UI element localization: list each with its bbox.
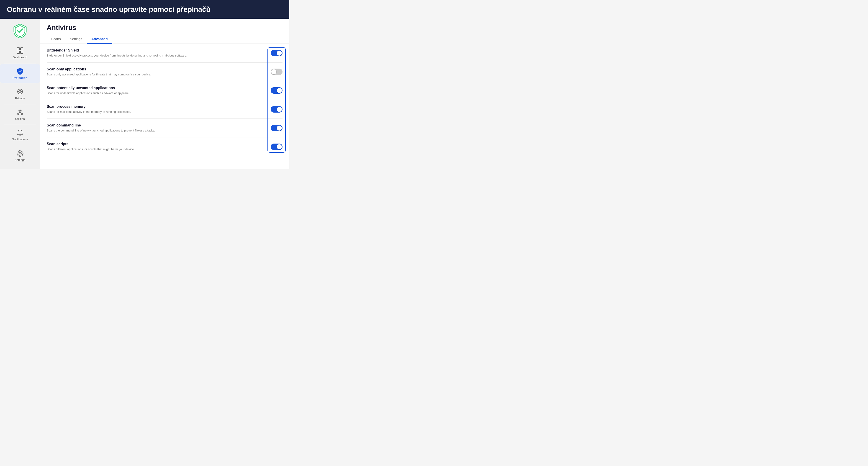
- sidebar-divider-2: [4, 84, 36, 84]
- toggle-bitdefender-shield[interactable]: [271, 50, 282, 56]
- setting-name-scan-process-memory: Scan process memory: [47, 104, 264, 109]
- sidebar-settings-label: Settings: [14, 158, 25, 161]
- toggle-slider-bitdefender-shield: [271, 50, 282, 56]
- toggle-container-scan-only-apps: [271, 69, 282, 75]
- setting-desc-scan-command-line: Scans the command line of newly launched…: [47, 128, 264, 133]
- toggle-scan-only-apps[interactable]: [271, 69, 282, 75]
- utilities-icon: [17, 108, 24, 116]
- sidebar-item-settings[interactable]: Settings: [0, 146, 40, 165]
- setting-info-scan-command-line: Scan command line Scans the command line…: [47, 123, 264, 133]
- main-content: Antivirus Scans Settings Advanced Bitdef…: [40, 19, 289, 169]
- svg-rect-3: [21, 51, 23, 54]
- toggle-slider-scan-command-line: [271, 125, 282, 131]
- toggle-container-scan-pua: [271, 87, 282, 94]
- sidebar-notifications-label: Notifications: [12, 137, 28, 141]
- setting-desc-bitdefender-shield: Bitdefender Shield actively protects you…: [47, 54, 264, 58]
- svg-rect-2: [17, 51, 20, 54]
- toggle-slider-scan-scripts: [271, 144, 282, 150]
- toggle-slider-scan-only-apps: [271, 69, 282, 75]
- setting-row-scan-pua: Scan potentially unwanted applications S…: [47, 81, 282, 100]
- setting-row-scan-only-apps: Scan only applications Scans only access…: [47, 63, 282, 81]
- setting-info-scan-scripts: Scan scripts Scans different application…: [47, 142, 264, 151]
- svg-rect-1: [21, 48, 23, 50]
- sidebar-item-privacy[interactable]: Privacy: [0, 85, 40, 103]
- toggle-container-scan-process-memory: [271, 106, 282, 113]
- top-banner: Ochranu v reálném čase snadno upravíte p…: [0, 0, 289, 19]
- sidebar: Dashboard Protection Privacy: [0, 19, 40, 169]
- banner-text: Ochranu v reálném čase snadno upravíte p…: [7, 5, 211, 13]
- content-header: Antivirus Scans Settings Advanced: [40, 19, 289, 44]
- setting-name-scan-scripts: Scan scripts: [47, 142, 264, 146]
- toggle-slider-scan-process-memory: [271, 106, 282, 113]
- setting-desc-scan-scripts: Scans different applications for scripts…: [47, 147, 264, 151]
- setting-desc-scan-process-memory: Scans for malicious activity in the memo…: [47, 110, 264, 114]
- notifications-icon: [17, 129, 24, 136]
- svg-point-6: [20, 91, 21, 92]
- protection-icon: [17, 67, 24, 75]
- tab-bar: Scans Settings Advanced: [47, 35, 282, 43]
- sidebar-item-notifications[interactable]: Notifications: [0, 126, 40, 144]
- tab-scans[interactable]: Scans: [47, 35, 65, 44]
- tab-advanced[interactable]: Advanced: [87, 35, 112, 44]
- setting-name-scan-command-line: Scan command line: [47, 123, 264, 127]
- setting-desc-scan-only-apps: Scans only accessed applications for thr…: [47, 72, 264, 76]
- toggle-container-scan-command-line: [271, 125, 282, 131]
- toggle-container-scan-scripts: [271, 144, 282, 150]
- sidebar-divider-1: [4, 63, 36, 63]
- setting-row-bitdefender-shield: Bitdefender Shield Bitdefender Shield ac…: [47, 44, 282, 62]
- svg-point-11: [18, 113, 19, 115]
- tab-settings[interactable]: Settings: [65, 35, 87, 44]
- logo-icon: [12, 23, 28, 39]
- toggle-scan-command-line[interactable]: [271, 125, 282, 131]
- setting-row-scan-process-memory: Scan process memory Scans for malicious …: [47, 100, 282, 119]
- sidebar-divider-4: [4, 125, 36, 125]
- setting-desc-scan-pua: Scans for undesirable applications such …: [47, 91, 264, 95]
- settings-list: Bitdefender Shield Bitdefender Shield ac…: [40, 44, 289, 156]
- sidebar-item-utilities[interactable]: Utilities: [0, 105, 40, 124]
- setting-info-scan-only-apps: Scan only applications Scans only access…: [47, 67, 264, 76]
- setting-name-scan-only-apps: Scan only applications: [47, 67, 264, 71]
- sidebar-privacy-label: Privacy: [15, 97, 25, 100]
- sidebar-item-dashboard[interactable]: Dashboard: [0, 44, 40, 62]
- setting-info-bitdefender-shield: Bitdefender Shield Bitdefender Shield ac…: [47, 48, 264, 58]
- privacy-icon: [17, 88, 24, 95]
- sidebar-utilities-label: Utilities: [15, 117, 25, 121]
- toggle-scan-scripts[interactable]: [271, 144, 282, 150]
- svg-point-12: [21, 113, 23, 115]
- dashboard-icon: [17, 47, 24, 54]
- toggle-scan-pua[interactable]: [271, 87, 282, 94]
- setting-info-scan-pua: Scan potentially unwanted applications S…: [47, 86, 264, 95]
- toggle-container-bitdefender-shield: [271, 50, 282, 56]
- app-container: Dashboard Protection Privacy: [0, 19, 289, 169]
- toggle-scan-process-memory[interactable]: [271, 106, 282, 113]
- page-title: Antivirus: [47, 24, 282, 31]
- settings-icon: [17, 150, 24, 157]
- sidebar-divider-3: [4, 104, 36, 104]
- sidebar-protection-label: Protection: [12, 76, 27, 80]
- setting-info-scan-process-memory: Scan process memory Scans for malicious …: [47, 104, 264, 114]
- svg-rect-0: [17, 48, 20, 50]
- sidebar-item-protection[interactable]: Protection: [0, 64, 40, 83]
- app-logo: [12, 23, 28, 40]
- setting-name-scan-pua: Scan potentially unwanted applications: [47, 86, 264, 90]
- setting-row-scan-command-line: Scan command line Scans the command line…: [47, 119, 282, 137]
- toggle-slider-scan-pua: [271, 87, 282, 94]
- setting-row-scan-scripts: Scan scripts Scans different application…: [47, 137, 282, 156]
- setting-name-bitdefender-shield: Bitdefender Shield: [47, 48, 264, 53]
- sidebar-dashboard-label: Dashboard: [13, 56, 27, 59]
